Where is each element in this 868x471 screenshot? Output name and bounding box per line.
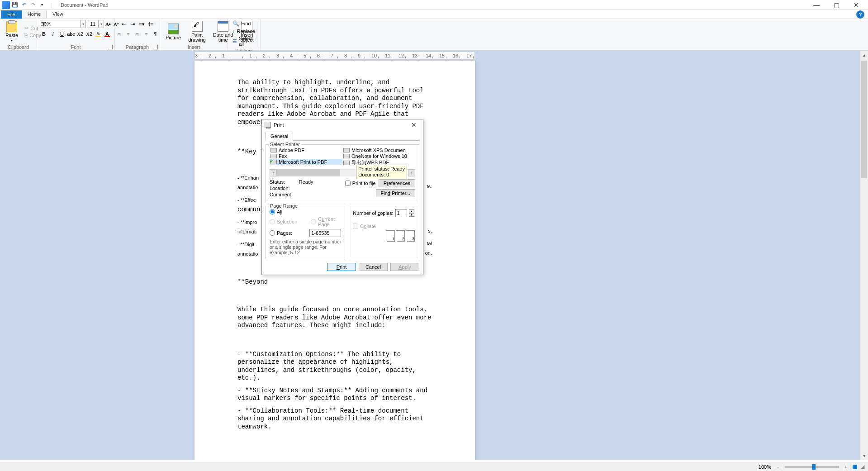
app-icon xyxy=(2,1,10,9)
vertical-scrollbar[interactable]: ▴ ▾ xyxy=(860,51,868,460)
paste-button[interactable]: Paste ▼ xyxy=(3,20,21,43)
file-tab[interactable]: File xyxy=(1,10,22,19)
scroll-up-arrow[interactable]: ▴ xyxy=(860,51,868,59)
all-pages-radio[interactable]: All xyxy=(270,209,282,214)
printer-icon xyxy=(343,161,350,165)
font-color-button[interactable]: A xyxy=(103,30,111,38)
find-button[interactable]: Find xyxy=(231,20,252,27)
paragraph-dialog-launcher[interactable] xyxy=(153,45,158,49)
spin-down[interactable]: ▾ xyxy=(409,213,414,217)
superscript-button[interactable]: X2 xyxy=(85,30,93,38)
close-button[interactable]: ✕ xyxy=(846,0,866,10)
paragraph-text: - **Collaboration Tools:** Real-time doc… xyxy=(237,407,432,431)
printer-icon xyxy=(270,154,277,158)
qat-undo-icon[interactable]: ↶ xyxy=(20,1,28,9)
calendar-icon xyxy=(218,21,228,32)
picture-button[interactable]: Picture xyxy=(163,23,184,41)
align-right-button[interactable]: ≡ xyxy=(133,30,142,38)
decrease-indent-button[interactable]: ⇤ xyxy=(120,20,128,28)
scroll-left-arrow[interactable]: ‹ xyxy=(270,169,277,176)
printer-list[interactable]: Adobe PDF Fax Microsoft Print to PDF Mic… xyxy=(270,147,415,168)
printer-item-ms-print-to-pdf[interactable]: Microsoft Print to PDF xyxy=(270,159,342,165)
highlight-color-button[interactable]: ✎ xyxy=(94,30,102,38)
resize-grip-icon[interactable]: ◢ xyxy=(861,464,864,470)
home-tab[interactable]: Home xyxy=(22,10,47,19)
minimize-button[interactable]: — xyxy=(806,0,826,10)
underline-button[interactable]: U xyxy=(58,30,66,38)
cut-icon xyxy=(24,25,28,31)
justify-button[interactable]: ≡ xyxy=(142,30,151,38)
zoom-in-button[interactable]: + xyxy=(843,464,849,470)
find-printer-button[interactable]: Find Printer... xyxy=(376,189,415,197)
scroll-thumb[interactable] xyxy=(861,61,867,178)
font-dialog-launcher[interactable] xyxy=(108,45,113,49)
copies-spinner[interactable]: ▴▾ xyxy=(409,209,414,217)
page-range-hint: Enter either a single page number or a s… xyxy=(270,239,341,255)
print-dialog: Print ✕ General Select Printer Adobe PDF… xyxy=(261,119,423,275)
qat-save-icon[interactable]: 💾 xyxy=(11,1,19,9)
pages-input[interactable] xyxy=(309,229,341,237)
print-button[interactable]: Print xyxy=(327,263,356,271)
dialog-title: Print xyxy=(274,122,284,128)
status-label: Status: xyxy=(270,179,285,185)
font-name-input[interactable] xyxy=(40,20,81,28)
grow-font-button[interactable]: A▴ xyxy=(104,20,112,28)
align-left-button[interactable]: ≡ xyxy=(115,30,123,38)
font-size-input[interactable] xyxy=(87,20,99,28)
printer-item-onenote[interactable]: OneNote for Windows 10 xyxy=(342,153,415,159)
spin-up[interactable]: ▴ xyxy=(409,209,414,213)
printer-item-xps[interactable]: Microsoft XPS Documen xyxy=(342,147,415,153)
paragraph-text: **Beyond xyxy=(237,278,432,286)
pages-radio[interactable]: Pages: xyxy=(270,230,292,236)
collate-illustration: 11 22 33 xyxy=(353,232,415,242)
ruler[interactable]: 3211234567891011121314151617 xyxy=(194,52,475,60)
paragraph-group-label: Paragraph xyxy=(126,44,149,50)
scroll-down-arrow[interactable]: ▾ xyxy=(860,452,868,460)
subscript-button[interactable]: X2 xyxy=(76,30,84,38)
dialog-close-button[interactable]: ✕ xyxy=(408,121,420,128)
apply-button[interactable]: Apply xyxy=(390,263,419,271)
italic-button[interactable]: I xyxy=(49,30,57,38)
general-tab[interactable]: General xyxy=(266,132,293,141)
printer-icon xyxy=(270,148,277,152)
line-spacing-button[interactable]: ‡≡ xyxy=(147,20,155,28)
font-size-dropdown[interactable] xyxy=(99,20,104,28)
hscroll-thumb[interactable] xyxy=(277,169,340,176)
cancel-button[interactable]: Cancel xyxy=(359,263,388,271)
strikethrough-button[interactable]: abc xyxy=(67,30,75,38)
printer-item-adobe[interactable]: Adobe PDF xyxy=(270,147,342,153)
copies-input[interactable] xyxy=(395,209,407,217)
status-value: Ready xyxy=(299,179,313,185)
align-center-button[interactable]: ≡ xyxy=(124,30,133,38)
preferences-button[interactable]: Preferences xyxy=(379,179,415,187)
scroll-right-arrow[interactable]: › xyxy=(408,169,415,176)
dialog-titlebar[interactable]: Print ✕ xyxy=(262,119,423,130)
printer-default-icon xyxy=(270,160,277,164)
zoom-slider-handle[interactable] xyxy=(812,464,816,470)
bullets-button[interactable]: ≡▾ xyxy=(138,20,146,28)
qat-customize-icon[interactable]: ▾ xyxy=(38,1,46,9)
print-to-file-checkbox[interactable]: Print to file xyxy=(345,181,376,186)
maximize-button[interactable]: ▢ xyxy=(826,0,846,10)
help-icon[interactable]: ? xyxy=(856,10,864,19)
replace-button[interactable]: Replace xyxy=(231,28,257,34)
copies-group: Number of copies: ▴▾ Collate 11 22 33 xyxy=(349,206,419,259)
zoom-out-button[interactable]: − xyxy=(775,464,781,470)
comment-label: Comment: xyxy=(270,192,345,197)
view-tab[interactable]: View xyxy=(47,10,69,19)
paragraph-text: - **Customization Options:** The ability… xyxy=(237,351,432,382)
paragraph-marks-button[interactable]: ¶ xyxy=(152,30,160,38)
paint-icon xyxy=(192,21,203,32)
paint-drawing-button[interactable]: Paint drawing xyxy=(185,20,209,43)
increase-indent-button[interactable]: ⇥ xyxy=(129,20,137,28)
selection-radio[interactable]: Selection xyxy=(270,216,297,227)
qat-redo-icon[interactable]: ↷ xyxy=(29,1,37,9)
select-all-button[interactable]: Select all xyxy=(231,35,257,47)
current-page-radio[interactable]: Current Page xyxy=(311,216,341,227)
bold-button[interactable]: B xyxy=(40,30,48,38)
printer-item-fax[interactable]: Fax xyxy=(270,153,342,159)
font-name-dropdown[interactable] xyxy=(81,20,86,28)
printer-tooltip: Printer status: Ready Documents: 0 xyxy=(356,165,407,179)
zoom-slider[interactable] xyxy=(785,466,839,468)
collate-checkbox[interactable]: Collate xyxy=(353,224,375,229)
